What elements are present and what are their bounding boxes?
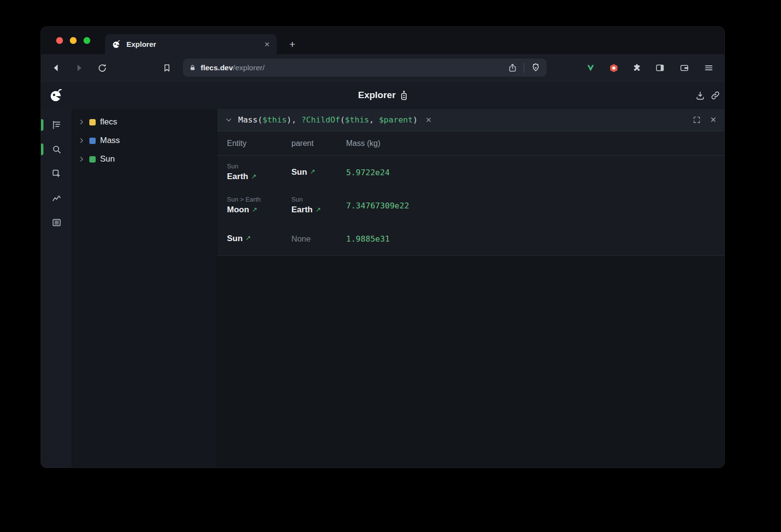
- entity-color-swatch: [89, 156, 96, 163]
- table-row[interactable]: Sun > Earth Moon ↗ Sun Earth ↗ 7.3476730…: [217, 189, 724, 222]
- external-link-icon[interactable]: ↗: [315, 205, 321, 214]
- stats-chart-tool-icon[interactable]: [48, 190, 65, 206]
- entity-link[interactable]: Moon: [227, 205, 249, 216]
- query-expression[interactable]: Mass($this), ?ChildOf($this, $parent): [238, 115, 418, 124]
- tree-item[interactable]: flecs: [72, 113, 217, 131]
- entity-path: Sun > Earth: [227, 195, 291, 204]
- query-token: $this: [345, 115, 370, 124]
- tree-item-label: Sun: [100, 154, 115, 164]
- external-link-icon[interactable]: ↗: [246, 234, 251, 243]
- hexagon-extension-icon[interactable]: [606, 61, 621, 75]
- query-token: $parent: [379, 115, 413, 124]
- maximize-window-button[interactable]: [83, 37, 90, 44]
- entity-color-swatch: [89, 138, 96, 144]
- parent-path: Sun: [291, 195, 346, 204]
- tree-item-label: Mass: [100, 136, 120, 145]
- external-link-icon[interactable]: ↗: [252, 205, 257, 214]
- remote-icon: [400, 90, 408, 101]
- query-panel: Mass($this), ?ChildOf($this, $parent) ✕ …: [217, 109, 724, 468]
- tree-item[interactable]: Mass: [72, 131, 217, 150]
- parent-cell: Sun Earth ↗: [291, 195, 346, 216]
- tool-sidebar: [41, 109, 72, 468]
- vue-devtools-extension-icon[interactable]: [583, 61, 598, 75]
- tree-item[interactable]: Sun: [72, 150, 217, 168]
- wallet-icon[interactable]: [677, 61, 692, 75]
- back-button[interactable]: [49, 61, 63, 75]
- column-header-entity: Entity: [227, 139, 291, 148]
- query-token: $this: [263, 115, 287, 124]
- extensions-puzzle-icon[interactable]: [630, 61, 644, 75]
- query-token: ): [413, 115, 418, 124]
- address-bar[interactable]: flecs.dev/explorer/: [183, 59, 547, 77]
- query-token: Mass: [238, 115, 258, 124]
- parent-link: None: [291, 233, 310, 244]
- menu-icon[interactable]: [701, 61, 716, 75]
- download-icon[interactable]: [693, 88, 707, 102]
- traffic-lights: [56, 27, 90, 54]
- entity-tree-tool-icon[interactable]: [48, 117, 65, 133]
- lock-icon: [189, 64, 196, 71]
- brave-shields-icon[interactable]: [531, 62, 541, 73]
- results-body: Sun Earth ↗ Sun ↗ 5.9722e24 Sun > Earth …: [217, 156, 724, 255]
- entity-path: Sun: [227, 162, 291, 171]
- browser-tab[interactable]: Explorer ✕: [105, 34, 277, 54]
- url-text: flecs.dev/explorer/: [201, 63, 265, 72]
- fullscreen-icon[interactable]: [693, 116, 701, 124]
- query-search-tool-icon[interactable]: [48, 141, 65, 158]
- entity-cell: Sun > Earth Moon ↗: [227, 195, 291, 216]
- tree-item-label: flecs: [100, 117, 117, 127]
- app-header: Explorer: [41, 81, 724, 109]
- reload-button[interactable]: [95, 61, 109, 75]
- entity-tree: flecs Mass Sun: [72, 109, 217, 468]
- tab-title: Explorer: [126, 40, 156, 48]
- query-token: ,: [369, 115, 379, 124]
- column-header-mass: Mass (kg): [346, 139, 724, 148]
- table-row[interactable]: Sun Earth ↗ Sun ↗ 5.9722e24: [217, 156, 724, 189]
- browser-toolbar: flecs.dev/explorer/: [41, 54, 724, 81]
- query-panel-active-indicator: [41, 143, 43, 155]
- query-header: Mass($this), ?ChildOf($this, $parent) ✕ …: [217, 109, 724, 131]
- results-header: Entity parent Mass (kg): [217, 131, 724, 156]
- entity-link[interactable]: Sun: [227, 233, 243, 245]
- entity-cell: Sun ↗: [227, 233, 291, 245]
- url-path: /explorer/: [233, 63, 265, 72]
- chevron-right-icon[interactable]: [78, 119, 85, 125]
- query-token: ?ChildOf: [301, 115, 340, 124]
- parent-link[interactable]: Earth: [291, 205, 312, 216]
- url-domain: flecs.dev: [201, 63, 233, 72]
- mass-value: 5.9722e24: [346, 168, 724, 177]
- share-icon[interactable]: [508, 63, 517, 73]
- sidebar-toggle-icon[interactable]: [653, 61, 667, 75]
- new-tab-button[interactable]: +: [286, 38, 299, 51]
- chevron-down-icon[interactable]: [225, 116, 232, 123]
- query-clear-icon[interactable]: ✕: [426, 116, 432, 124]
- external-link-icon[interactable]: ↗: [251, 172, 256, 181]
- query-close-icon[interactable]: ✕: [710, 115, 717, 124]
- close-window-button[interactable]: [56, 37, 63, 44]
- parent-cell: None: [291, 233, 346, 244]
- share-link-icon[interactable]: [708, 88, 722, 102]
- entity-cell: Sun Earth ↗: [227, 162, 291, 183]
- table-row[interactable]: Sun ↗ None 1.9885e31: [217, 222, 724, 255]
- inspector-tool-icon[interactable]: [48, 165, 65, 182]
- entity-link[interactable]: Earth: [227, 171, 248, 183]
- mass-value: 1.9885e31: [346, 234, 724, 244]
- minimize-window-button[interactable]: [70, 37, 77, 44]
- column-header-parent: parent: [291, 139, 346, 148]
- query-empty-area: [217, 256, 724, 468]
- mass-value: 7.34767309e22: [346, 201, 724, 210]
- parent-link[interactable]: Sun: [291, 167, 307, 178]
- chevron-right-icon[interactable]: [78, 137, 85, 144]
- forward-button[interactable]: [72, 61, 86, 75]
- chevron-right-icon[interactable]: [78, 156, 85, 163]
- bookmark-icon[interactable]: [160, 61, 174, 75]
- tab-close-icon[interactable]: ✕: [264, 41, 270, 48]
- commands-list-tool-icon[interactable]: [48, 214, 65, 231]
- results-table: Entity parent Mass (kg) Sun Earth ↗ Sun …: [217, 131, 724, 256]
- external-link-icon[interactable]: ↗: [310, 167, 315, 176]
- query-token: (: [258, 115, 263, 124]
- query-token: ): [287, 115, 291, 124]
- flecs-favicon-icon: [112, 40, 121, 49]
- app-title: Explorer: [41, 82, 724, 109]
- app-title-text: Explorer: [358, 90, 395, 101]
